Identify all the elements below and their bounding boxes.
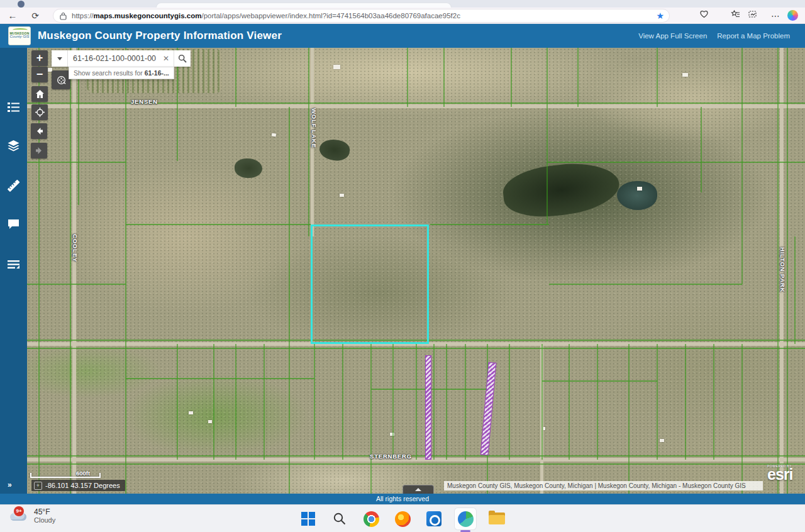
favorite-star-icon[interactable]: ★ [656, 11, 664, 21]
tab-favicon [18, 1, 25, 8]
coordinates-text: -86.101 43.157 Degrees [45, 482, 120, 489]
active-tab[interactable] [156, 3, 452, 8]
chrome-icon[interactable] [360, 508, 382, 529]
road-label-hilton-park: HILTON PARK [779, 247, 786, 292]
url-domain: maps.muskegoncountygis.com [94, 12, 202, 19]
my-location-button[interactable] [31, 104, 48, 120]
previous-extent-button[interactable] [31, 123, 47, 139]
crosshair-icon[interactable]: + [34, 482, 42, 490]
map-attribution: Muskegon County GIS, Muskegon County, Mi… [444, 481, 763, 490]
layers-icon[interactable] [7, 140, 20, 153]
road-label-jensen: JENSEN [131, 98, 158, 105]
url-bar[interactable]: https://maps.muskegoncountygis.com/porta… [53, 9, 670, 23]
notification-badge: 9+ [14, 506, 24, 516]
favorites-list-icon[interactable] [728, 9, 742, 22]
search-icon[interactable] [329, 508, 350, 529]
search-input[interactable]: 61-16-021-100-0001-00 ✕ [68, 50, 174, 67]
search-suggestion[interactable]: Show search results for 61-16-... [69, 67, 174, 79]
settings-more-icon[interactable]: ⋯ [769, 9, 782, 22]
coordinates-widget: + -86.101 43.157 Degrees [31, 480, 125, 491]
view-fullscreen-link[interactable]: View App Full Screen [638, 32, 707, 40]
legend-icon[interactable] [7, 101, 20, 114]
road-label-wolf-lake: WOLF LAKE [311, 108, 318, 148]
search-button[interactable] [174, 50, 191, 67]
map-canvas[interactable]: JENSEN WOLF LAKE COOLEY HILTON PARK STER… [27, 48, 805, 494]
muskegon-county-gis-logo: MUSKEGON County GIS [8, 26, 31, 45]
scale-label: 600ft [76, 470, 90, 477]
logo-line2: County GIS [9, 35, 30, 38]
parcel-search-widget: 61-16-021-100-0001-00 ✕ [52, 50, 191, 67]
browser-toolbar: ← ⟳ https://maps.muskegoncountygis.com/p… [0, 8, 805, 24]
attribute-table-toggle[interactable] [402, 485, 434, 494]
firefox-icon[interactable] [392, 508, 413, 529]
header-links: View App Full Screen Report a Map Proble… [638, 24, 790, 48]
browser-back-icon[interactable]: ← [6, 9, 19, 22]
comment-icon[interactable] [7, 218, 20, 231]
chevron-up-icon [415, 488, 421, 491]
details-icon[interactable] [7, 258, 20, 271]
app-header: MUSKEGON County GIS Muskegon County Prop… [0, 24, 805, 48]
next-extent-button[interactable] [31, 143, 47, 158]
browser-refresh-icon[interactable]: ⟳ [29, 9, 42, 22]
selected-parcel-highlight[interactable] [311, 224, 429, 344]
start-button[interactable] [297, 508, 319, 529]
esri-logo: POWERED BY esri [767, 464, 802, 480]
search-input-value: 61-16-021-100-0001-00 [73, 54, 161, 63]
clear-search-icon[interactable]: ✕ [161, 54, 171, 63]
zoom-in-button[interactable]: + [31, 50, 48, 66]
scale-bar [30, 473, 101, 478]
taskbar-icons [0, 505, 805, 532]
logo-swirl [13, 28, 28, 31]
report-map-problem-link[interactable]: Report a Map Problem [717, 32, 790, 40]
browser-essentials-icon[interactable] [697, 9, 711, 22]
suggestion-term: 61-16-... [145, 69, 169, 77]
measure-icon[interactable] [7, 179, 20, 192]
outlook-icon[interactable] [423, 508, 445, 529]
site-info-lock-icon[interactable] [60, 12, 67, 20]
url-scheme: https:// [72, 12, 94, 19]
expand-sidebar-icon[interactable]: » [8, 480, 11, 489]
web-capture-icon[interactable] [745, 9, 759, 22]
url-path: /portal/apps/webappviewer/index.html?id=… [201, 12, 460, 19]
zoom-out-button[interactable]: − [31, 67, 48, 82]
basemap-gallery-button[interactable] [52, 70, 70, 89]
road-label-sternberg: STERNBERG [370, 453, 412, 460]
windows-taskbar: 9+ 45°F Cloudy [0, 504, 805, 532]
widget-sidebar: » [0, 48, 27, 494]
esri-wordmark: esri [767, 468, 802, 480]
app-footer: All rights reserved [0, 494, 805, 504]
browser-tab-strip[interactable] [0, 0, 805, 8]
copilot-icon[interactable] [787, 10, 798, 21]
page-title: Muskegon County Property Information Vie… [38, 24, 282, 48]
edge-icon[interactable] [455, 508, 476, 529]
home-extent-button[interactable] [31, 86, 48, 102]
url-text: https://maps.muskegoncountygis.com/porta… [72, 12, 651, 19]
file-explorer-icon[interactable] [486, 508, 508, 529]
hatched-parcel-strip [425, 355, 431, 460]
search-source-dropdown[interactable] [52, 50, 68, 67]
suggestion-prefix: Show search results for [74, 69, 145, 77]
desktop-screen: ← ⟳ https://maps.muskegoncountygis.com/p… [0, 0, 805, 532]
chevron-down-icon [57, 57, 62, 60]
road-label-cooley: COOLEY [72, 234, 79, 262]
